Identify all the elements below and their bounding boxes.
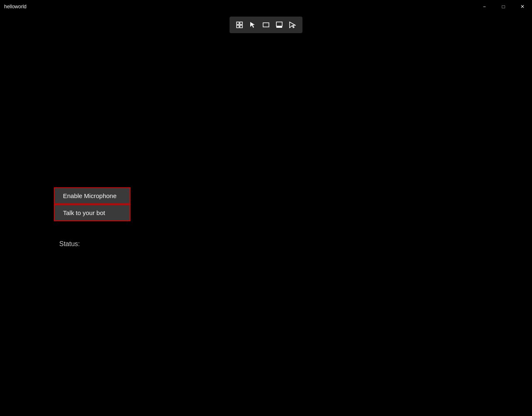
action-buttons-area: Enable Microphone Talk to your bot	[54, 187, 131, 221]
close-button[interactable]: ✕	[513, 0, 532, 13]
title-bar: helloworld − □ ✕	[0, 0, 532, 13]
main-content: Enable Microphone Talk to your bot Statu…	[0, 13, 532, 416]
talk-to-bot-button[interactable]: Talk to your bot	[54, 204, 131, 221]
window-controls: − □ ✕	[475, 0, 532, 13]
enable-microphone-button[interactable]: Enable Microphone	[54, 187, 131, 204]
status-label: Status:	[59, 240, 80, 248]
maximize-button[interactable]: □	[494, 0, 513, 13]
minimize-button[interactable]: −	[475, 0, 494, 13]
app-title: helloworld	[4, 4, 27, 10]
